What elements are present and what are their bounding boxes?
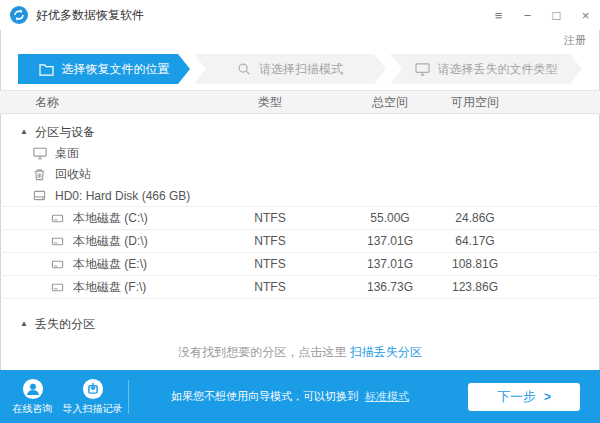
partition-icon bbox=[51, 235, 65, 248]
section-title: 丢失的分区 bbox=[35, 316, 95, 333]
minimize-icon[interactable]: − bbox=[513, 0, 542, 30]
app-window: 好优多数据恢复软件 ≡ − □ × 注册 选择恢复文件的位置 请选择扫描模式 请… bbox=[0, 0, 600, 423]
desktop-icon bbox=[33, 147, 47, 160]
maximize-icon[interactable]: □ bbox=[542, 0, 571, 30]
folder-icon bbox=[39, 63, 54, 76]
drive-name: 本地磁盘 (E:\) bbox=[73, 256, 147, 273]
drive-name: 本地磁盘 (C:\) bbox=[73, 210, 148, 227]
section-devices[interactable]: ▲ 分区与设备 bbox=[0, 121, 600, 143]
register-link[interactable]: 注册 bbox=[564, 33, 586, 48]
section-lost-partitions[interactable]: ▲ 丢失的分区 bbox=[0, 313, 600, 335]
column-header-name: 名称 bbox=[0, 94, 200, 111]
tree-item-hd0[interactable]: HD0: Hard Disk (466 GB) bbox=[0, 185, 600, 206]
hard-disk-icon bbox=[33, 189, 47, 202]
wizard-mode-hint: 如果您不想使用向导模式，可以切换到 标准模式 bbox=[171, 389, 409, 404]
standard-mode-link[interactable]: 标准模式 bbox=[365, 390, 409, 402]
footer-bar: 在线咨询 导入扫描记录 如果您不想使用向导模式，可以切换到 标准模式 下一步 > bbox=[0, 370, 600, 423]
main-content: ▲ 分区与设备 桌面 回收站 HD0: Hard Disk (466 GB) bbox=[0, 114, 600, 370]
drive-total: 136.73G bbox=[340, 280, 440, 294]
partition-icon bbox=[51, 281, 65, 294]
lost-partition-empty-row: 没有找到想要的分区，点击这里 扫描丢失分区 bbox=[0, 344, 600, 361]
import-scan-record-label: 导入扫描记录 bbox=[63, 402, 123, 416]
drive-row-c[interactable]: 本地磁盘 (C:\) NTFS 55.00G 24.86G bbox=[0, 207, 600, 230]
step-label: 选择恢复文件的位置 bbox=[62, 61, 170, 78]
import-scan-record-button[interactable]: 导入扫描记录 bbox=[65, 378, 120, 416]
window-controls: ≡ − □ × bbox=[484, 0, 600, 30]
drive-row-d[interactable]: 本地磁盘 (D:\) NTFS 137.01G 64.17G bbox=[0, 230, 600, 253]
step-scan-mode: 请选择扫描模式 bbox=[194, 54, 386, 84]
drive-free: 108.81G bbox=[440, 257, 510, 271]
import-icon bbox=[82, 378, 104, 400]
drive-type: NTFS bbox=[200, 211, 340, 225]
step-wizard: 选择恢复文件的位置 请选择扫描模式 请选择丢失的文件类型 bbox=[18, 54, 582, 84]
drive-name: 本地磁盘 (D:\) bbox=[73, 233, 148, 250]
drive-free: 123.86G bbox=[440, 280, 510, 294]
hint-text: 如果您不想使用向导模式，可以切换到 bbox=[171, 390, 358, 402]
column-header-free: 可用空间 bbox=[440, 94, 510, 111]
monitor-icon bbox=[415, 63, 430, 76]
partition-icon bbox=[51, 258, 65, 271]
drive-list: 本地磁盘 (C:\) NTFS 55.00G 24.86G 本地磁盘 (D:\)… bbox=[0, 206, 600, 299]
section-title: 分区与设备 bbox=[35, 124, 95, 141]
step-file-type: 请选择丢失的文件类型 bbox=[390, 54, 582, 84]
drive-type: NTFS bbox=[200, 234, 340, 248]
close-icon[interactable]: × bbox=[571, 0, 600, 30]
online-consult-button[interactable]: 在线咨询 bbox=[5, 378, 60, 416]
trash-icon bbox=[33, 168, 47, 181]
drive-row-e[interactable]: 本地磁盘 (E:\) NTFS 137.01G 108.81G bbox=[0, 253, 600, 276]
column-header-type: 类型 bbox=[200, 94, 340, 111]
drive-type: NTFS bbox=[200, 257, 340, 271]
collapse-triangle-icon: ▲ bbox=[20, 320, 28, 328]
drive-total: 137.01G bbox=[340, 234, 440, 248]
app-logo-icon bbox=[10, 6, 28, 24]
person-icon bbox=[22, 378, 44, 400]
step-label: 请选择丢失的文件类型 bbox=[438, 61, 558, 78]
step-label: 请选择扫描模式 bbox=[259, 61, 343, 78]
drive-free: 64.17G bbox=[440, 234, 510, 248]
drive-row-f[interactable]: 本地磁盘 (F:\) NTFS 136.73G 123.86G bbox=[0, 276, 600, 299]
collapse-triangle-icon: ▲ bbox=[20, 128, 28, 136]
tree-item-label: HD0: Hard Disk (466 GB) bbox=[55, 189, 190, 203]
lost-partition-empty-text: 没有找到想要的分区，点击这里 bbox=[178, 345, 346, 359]
chevron-right-icon: > bbox=[544, 390, 551, 404]
tree-item-recycle-bin[interactable]: 回收站 bbox=[0, 164, 600, 185]
next-button-label: 下一步 bbox=[497, 388, 536, 406]
online-consult-label: 在线咨询 bbox=[13, 402, 53, 416]
titlebar: 好优多数据恢复软件 ≡ − □ × bbox=[0, 0, 600, 30]
window-title: 好优多数据恢复软件 bbox=[36, 7, 144, 24]
tree-item-label: 桌面 bbox=[55, 145, 79, 162]
drive-name: 本地磁盘 (F:\) bbox=[73, 279, 146, 296]
tree-item-label: 回收站 bbox=[55, 166, 91, 183]
search-icon bbox=[237, 62, 251, 76]
scan-lost-partitions-link[interactable]: 扫描丢失分区 bbox=[350, 345, 422, 359]
drive-total: 55.00G bbox=[340, 211, 440, 225]
menu-icon[interactable]: ≡ bbox=[484, 0, 513, 30]
step-select-location: 选择恢复文件的位置 bbox=[18, 54, 190, 84]
partition-icon bbox=[51, 212, 65, 225]
footer-divider bbox=[128, 380, 129, 414]
tree-item-desktop[interactable]: 桌面 bbox=[0, 143, 600, 164]
drive-total: 137.01G bbox=[340, 257, 440, 271]
next-button[interactable]: 下一步 > bbox=[468, 383, 580, 411]
drive-free: 24.86G bbox=[440, 211, 510, 225]
drive-type: NTFS bbox=[200, 280, 340, 294]
table-header: 名称 类型 总空间 可用空间 bbox=[0, 90, 600, 114]
column-header-total: 总空间 bbox=[340, 94, 440, 111]
